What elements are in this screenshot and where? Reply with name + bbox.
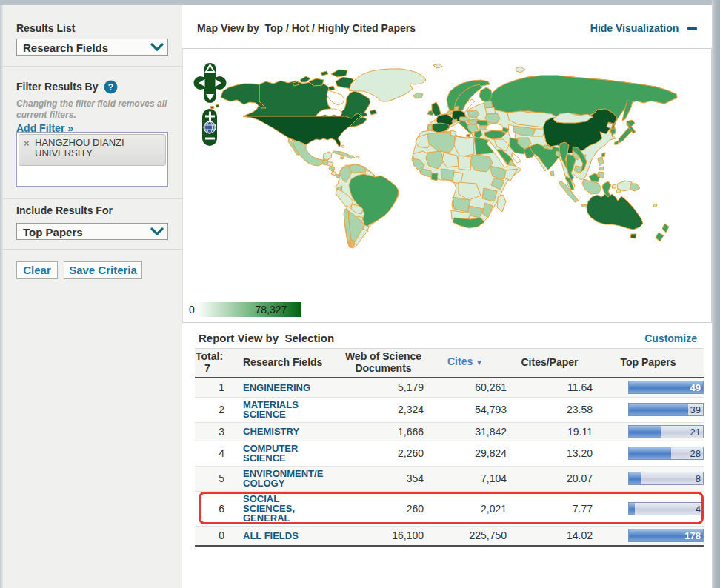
svg-text:?: ? (108, 82, 113, 93)
svg-text:78,327: 78,327 (256, 304, 287, 315)
svg-text:0: 0 (189, 304, 195, 315)
